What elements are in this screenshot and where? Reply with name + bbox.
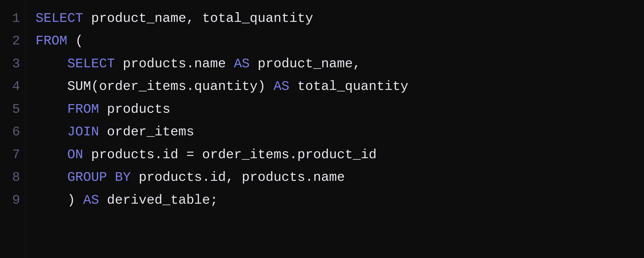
plain-token: derived_table;: [99, 193, 218, 208]
code-content[interactable]: SELECT product_name, total_quantityFROM …: [25, 0, 644, 258]
line-number-5: 5: [8, 98, 20, 121]
keyword-token: SELECT: [67, 56, 115, 71]
line-number-7: 7: [8, 143, 20, 166]
plain-token: product_name,: [250, 56, 361, 71]
plain-token: order_items: [99, 124, 194, 139]
code-line-2: FROM (: [36, 30, 634, 52]
line-number-gutter: 123456789: [0, 0, 25, 258]
keyword-token: AS: [234, 56, 250, 71]
plain-token: products.name: [115, 56, 234, 71]
code-line-5: FROM products: [36, 98, 634, 121]
line-number-4: 4: [8, 75, 20, 98]
code-line-7: ON products.id = order_items.product_id: [36, 143, 634, 166]
plain-token: total_quantity: [289, 79, 408, 94]
plain-token: [36, 124, 67, 139]
code-line-4: SUM(order_items.quantity) AS total_quant…: [36, 75, 634, 98]
plain-token: products.id = order_items.product_id: [83, 147, 377, 162]
plain-token: ): [36, 193, 83, 208]
keyword-token: ON: [67, 147, 83, 162]
line-number-8: 8: [8, 166, 20, 189]
line-number-9: 9: [8, 189, 20, 212]
keyword-token: JOIN: [67, 124, 99, 139]
code-line-6: JOIN order_items: [36, 121, 634, 143]
code-line-9: ) AS derived_table;: [36, 189, 634, 212]
keyword-token: FROM: [36, 34, 67, 49]
code-line-3: SELECT products.name AS product_name,: [36, 53, 634, 75]
code-editor: 123456789 SELECT product_name, total_qua…: [0, 0, 644, 258]
keyword-token: AS: [273, 79, 289, 94]
line-number-2: 2: [8, 30, 20, 52]
plain-token: SUM(order_items.quantity): [36, 79, 273, 94]
plain-token: (: [67, 34, 83, 49]
code-line-1: SELECT product_name, total_quantity: [36, 7, 634, 30]
plain-token: [36, 147, 67, 162]
keyword-token: AS: [83, 193, 99, 208]
line-number-3: 3: [8, 53, 20, 75]
code-line-8: GROUP BY products.id, products.name: [36, 166, 634, 189]
keyword-token: FROM: [67, 102, 99, 117]
plain-token: [36, 56, 67, 71]
plain-token: [36, 170, 67, 185]
plain-token: products: [99, 102, 171, 117]
plain-token: [36, 102, 67, 117]
plain-token: products.id, products.name: [131, 170, 345, 185]
keyword-token: SELECT: [36, 11, 83, 26]
plain-token: product_name, total_quantity: [83, 11, 313, 26]
line-number-1: 1: [8, 7, 20, 30]
keyword-token: GROUP BY: [67, 170, 131, 185]
line-number-6: 6: [8, 121, 20, 143]
